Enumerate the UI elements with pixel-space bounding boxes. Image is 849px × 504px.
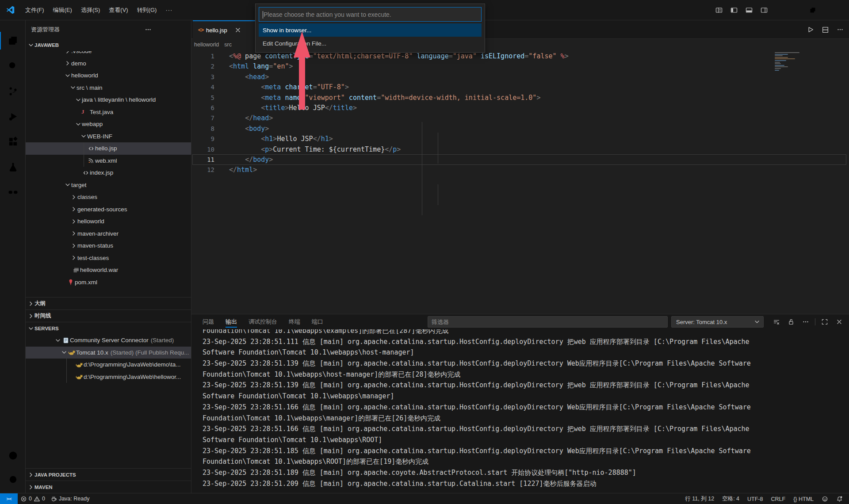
tree-item-java-littleyanlin-helloworld[interactable]: java \ littleyanlin \ helloworld (26, 94, 191, 106)
indent-guide (84, 142, 84, 167)
code-line-10[interactable]: 10 <p>Current Time: ${currentTime}</p> (191, 144, 849, 154)
activitybar-testing[interactable] (0, 156, 26, 177)
tree-item-label: index.jsp (90, 169, 113, 176)
split-editor-button[interactable] (820, 24, 830, 35)
status-eol[interactable]: CRLF (769, 493, 787, 504)
tree-item-demo[interactable]: demo (26, 57, 191, 70)
section-timeline[interactable]: 时间线 (26, 309, 191, 322)
tree-item-hello.jsp[interactable]: hello.jsp (26, 142, 191, 155)
project-section-header[interactable]: JAVAWEB (26, 39, 191, 51)
tree-item-helloworld[interactable]: helloworld (26, 215, 191, 228)
server-item-tomcat-10.x[interactable]: Tomcat 10.x (Started) (Full Publish Requ… (26, 347, 191, 359)
remote-indicator[interactable]: >< (0, 493, 18, 504)
activitybar-account[interactable] (0, 445, 26, 466)
menu-overflow-button[interactable]: ··· (161, 4, 177, 15)
panel-tab-调试控制台[interactable]: 调试控制台 (249, 314, 277, 329)
panel-tab-终端[interactable]: 终端 (289, 314, 300, 329)
minimap[interactable] (775, 52, 823, 71)
section-servers-label: SERVERS (34, 326, 59, 331)
tree-item-generated-sources[interactable]: generated-sources (26, 203, 191, 216)
toggle-panel-icon[interactable] (743, 4, 755, 16)
breadcrumb-item[interactable]: src (224, 42, 232, 48)
menu-file[interactable]: 文件(F) (21, 4, 49, 16)
code-line-9[interactable]: 9 <h1>Hello JSP</h1> (191, 134, 849, 144)
tab-close-icon[interactable] (233, 26, 242, 34)
tree-item-classes[interactable]: classes (26, 191, 191, 203)
clear-output-icon[interactable] (771, 317, 782, 327)
tree-item-webapp[interactable]: webapp (26, 118, 191, 130)
explorer-more-actions-icon[interactable] (142, 24, 154, 35)
maximize-panel-icon[interactable] (819, 317, 830, 327)
java-status[interactable]: Java: Ready (48, 493, 92, 504)
quick-pick-input[interactable] (259, 8, 481, 21)
status-encoding[interactable]: UTF-8 (746, 493, 765, 504)
customize-layout-icon[interactable] (713, 4, 725, 16)
activitybar-search[interactable] (0, 55, 26, 76)
section-maven[interactable]: MAVEN (26, 481, 191, 493)
menu-view[interactable]: 查看(V) (104, 4, 132, 16)
toggle-sidebar-icon[interactable] (728, 4, 740, 16)
line-number: 1 (191, 53, 214, 60)
run-button[interactable] (805, 24, 815, 35)
activitybar-explorer[interactable] (0, 30, 26, 51)
tree-item-label: hello.jsp (95, 145, 117, 152)
status-indentation[interactable]: 空格: 4 (720, 493, 741, 504)
feedback-icon[interactable] (820, 493, 830, 504)
menu-edit[interactable]: 编辑(E) (49, 4, 76, 16)
breadcrumb-item[interactable]: helloworld (194, 42, 219, 48)
tree-item-maven-archiver[interactable]: maven-archiver (26, 228, 191, 240)
activitybar-copilot[interactable] (0, 181, 26, 202)
activitybar-settings[interactable] (0, 469, 26, 490)
section-servers[interactable]: SERVERS (26, 322, 191, 334)
status-language-mode[interactable]: {} HTML (792, 493, 815, 504)
panel-more-actions-icon[interactable] (800, 317, 811, 327)
tree-item-pom.xml[interactable]: pom.xml (26, 276, 191, 289)
tree-item-test.java[interactable]: JTest.java (26, 106, 191, 118)
section-java-projects[interactable]: JAVA PROJECTS (26, 468, 191, 481)
log-line: 23-Sep-2025 23:28:51.139 信息 [main] org.a… (203, 358, 849, 369)
code-line-11[interactable]: 11 </body> (191, 154, 849, 164)
tree-item-web-inf[interactable]: WEB-INF (26, 130, 191, 143)
lock-scroll-icon[interactable] (786, 317, 796, 327)
close-icon[interactable] (825, 0, 849, 20)
tree-item-test-classes[interactable]: test-classes (26, 252, 191, 264)
tree-item-target[interactable]: target (26, 179, 191, 191)
tab-hello-jsp[interactable]: <> hello.jsp (193, 20, 259, 39)
tree-item-index.jsp[interactable]: index.jsp (26, 167, 191, 179)
minimize-icon[interactable] (776, 0, 800, 20)
tree-item-src-main[interactable]: src \ main (26, 82, 191, 94)
minimap-line (775, 57, 788, 58)
tree-item-helloworld[interactable]: helloworld (26, 69, 191, 82)
problems-status[interactable]: 0 0 (18, 493, 48, 504)
menu-selection[interactable]: 选择(S) (76, 4, 104, 16)
panel-tab-输出[interactable]: 输出 (226, 314, 237, 329)
output-console[interactable]: Foundation\Tomcat 10.1\webapps\examples]… (191, 329, 849, 493)
servers-tree: Community Server Connector (Started)Tomc… (26, 334, 191, 383)
menu-go[interactable]: 转到(G) (133, 4, 161, 16)
bottom-panel: 问题输出调试控制台终端端口 Server: Tomcat 10.x Founda… (191, 314, 849, 493)
tree-item-helloworld.war[interactable]: helloworld.war (26, 264, 191, 276)
output-channel-select[interactable]: Server: Tomcat 10.x (671, 316, 764, 328)
editor-more-actions-icon[interactable] (835, 24, 845, 35)
activitybar-extensions[interactable] (0, 131, 26, 152)
toggle-secondary-sidebar-icon[interactable] (758, 4, 770, 16)
code-line-12[interactable]: 12</html> (191, 165, 849, 175)
activitybar-source-control[interactable] (0, 80, 26, 102)
status-cursor-position[interactable]: 行 11, 列 12 (683, 493, 716, 504)
activitybar-run-debug[interactable] (0, 106, 26, 127)
notifications-icon[interactable] (834, 493, 845, 504)
close-panel-icon[interactable] (834, 317, 845, 327)
panel-tab-端口[interactable]: 端口 (312, 314, 323, 329)
server-item-d-programming-javaweb-hellowor...[interactable]: d:\Programming\JavaWeb\hellowor... (26, 371, 191, 383)
line-number: 11 (191, 156, 214, 163)
section-outline[interactable]: 大纲 (26, 297, 191, 309)
panel-tab-问题[interactable]: 问题 (203, 314, 214, 329)
output-filter-input[interactable] (428, 316, 668, 328)
code-line-8[interactable]: 8 <body> (191, 123, 849, 134)
server-item-d-programming-javaweb-demo-ta...[interactable]: d:\Programming\JavaWeb\demo\ta... (26, 359, 191, 371)
server-item-community-server-connector[interactable]: Community Server Connector (Started) (26, 334, 191, 347)
tree-item-web.xml[interactable]: web.xml (26, 155, 191, 167)
tree-item-maven-status[interactable]: maven-status (26, 240, 191, 252)
panel-header: 问题输出调试控制台终端端口 Server: Tomcat 10.x (191, 314, 849, 329)
restore-icon[interactable] (800, 0, 825, 20)
